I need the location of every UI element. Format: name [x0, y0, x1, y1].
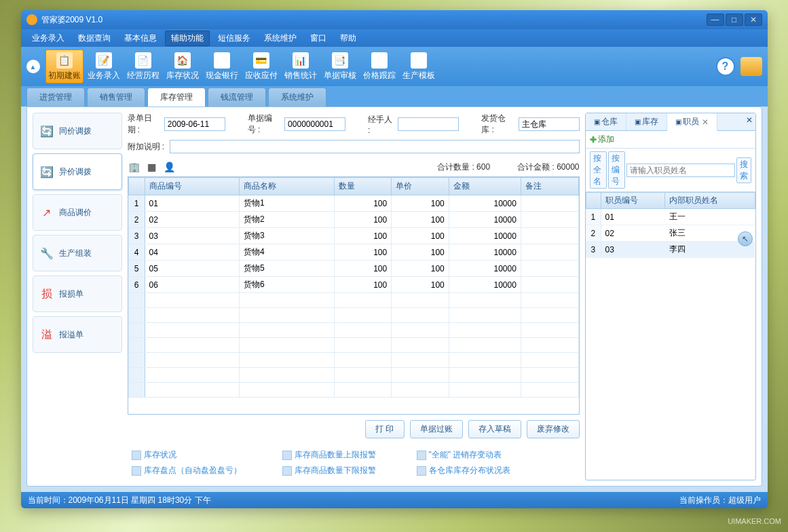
rp-header[interactable]: 内部职员姓名 — [665, 193, 755, 209]
rp-row[interactable]: 101王一 — [586, 209, 755, 225]
table-row[interactable] — [128, 353, 578, 368]
toolbar-btn-2[interactable]: 📄经营历程 — [124, 50, 162, 83]
table-row[interactable]: 303货物310010010000 — [128, 228, 578, 244]
sidebar-item-4[interactable]: 损报损单 — [33, 276, 122, 312]
help-button[interactable]: ? — [716, 57, 735, 76]
link-0-1[interactable]: 库存盘点（自动盘盈盘亏） — [132, 465, 242, 476]
link-icon — [282, 451, 292, 460]
toolbar-btn-0[interactable]: 📋初期建账 — [45, 50, 83, 83]
action-btn-1[interactable]: 单据过账 — [410, 420, 463, 438]
grid-header[interactable]: 数量 — [334, 178, 392, 195]
rp-row[interactable]: 202张三 — [586, 225, 755, 242]
menu-item-7[interactable]: 帮助 — [335, 31, 362, 45]
date-input[interactable] — [164, 117, 225, 131]
toolbar-btn-1[interactable]: 📝业务录入 — [85, 50, 123, 83]
menu-item-5[interactable]: 系统维护 — [259, 31, 302, 45]
main-tab-4[interactable]: 系统维护 — [268, 88, 326, 107]
rp-header[interactable]: 职员编号 — [601, 193, 665, 209]
amt-value: 60000 — [557, 162, 579, 172]
right-panel-toolbar: ✚ 添加 — [586, 131, 755, 149]
main-tab-1[interactable]: 销售管理 — [87, 88, 145, 107]
close-button[interactable]: ✕ — [745, 14, 762, 26]
gold-button[interactable] — [740, 57, 762, 76]
remark-input[interactable] — [170, 140, 579, 153]
link-2-0[interactable]: "全能" 进销存变动表 — [417, 449, 510, 461]
right-panel-grid[interactable]: 职员编号内部职员姓名101王一202张三303李四 ↖ — [586, 192, 755, 480]
grid-icon[interactable]: ▦ — [145, 160, 159, 174]
table-row[interactable] — [128, 368, 578, 383]
toolbar-btn-4[interactable]: ¥现金银行 — [203, 50, 241, 83]
menu-item-4[interactable]: 短信服务 — [212, 31, 256, 45]
warehouse-label: 发货仓库 : — [481, 113, 512, 136]
sidebar-item-5[interactable]: 溢报溢单 — [33, 316, 122, 353]
minimize-button[interactable]: — — [707, 14, 724, 26]
toolbar-btn-8[interactable]: ✔价格跟踪 — [360, 50, 398, 83]
grid-header[interactable]: 商品编号 — [145, 178, 240, 195]
table-row[interactable] — [128, 338, 578, 353]
toolbar-btn-7[interactable]: 📑单据审核 — [321, 50, 359, 83]
sidebar-item-0[interactable]: 🔄同价调拨 — [33, 113, 122, 149]
table-row[interactable] — [128, 383, 578, 398]
rp-row[interactable]: 303李四 — [586, 242, 755, 258]
link-1-0[interactable]: 库存商品数量上限报警 — [282, 449, 376, 461]
link-0-0[interactable]: 库存状况 — [132, 449, 242, 461]
search-button[interactable]: 搜索 — [736, 157, 751, 183]
menu-item-3[interactable]: 辅助功能 — [165, 31, 210, 46]
toolbar-btn-9[interactable]: ⚙生产模板 — [400, 50, 438, 83]
sidebar-item-2[interactable]: ↗商品调价 — [33, 194, 122, 231]
menu-item-6[interactable]: 窗口 — [305, 31, 332, 45]
toolbar-icon-4: ¥ — [214, 52, 230, 69]
grid-header[interactable]: 金额 — [449, 178, 521, 195]
rp-tab-2[interactable]: ▣ 职员 ✕ — [667, 113, 717, 131]
add-button[interactable]: ✚ 添加 — [590, 134, 751, 145]
action-btn-0[interactable]: 打 印 — [365, 420, 404, 438]
collapse-toolbar-button[interactable]: ▲ — [26, 60, 40, 73]
form-row-1: 录单日期 : 单据编号 : 经手人 : 发货仓库 : — [128, 113, 580, 136]
filter-full-button[interactable]: 按全名 — [590, 151, 607, 189]
doc-input[interactable] — [284, 117, 345, 131]
arrow-up-icon[interactable]: ↖ — [738, 231, 753, 246]
table-row[interactable]: 505货物510010010000 — [128, 261, 578, 277]
grid-header[interactable] — [128, 178, 145, 195]
table-row[interactable] — [128, 308, 578, 323]
handler-input[interactable] — [398, 117, 459, 131]
main-tab-3[interactable]: 钱流管理 — [208, 88, 266, 107]
link-icon — [417, 451, 426, 460]
grid-header[interactable]: 商品名称 — [240, 178, 335, 195]
close-panel-button[interactable]: ✕ — [746, 115, 753, 125]
main-grid[interactable]: 商品编号商品名称数量单价金额备注101货物110010010000202货物21… — [128, 176, 580, 415]
titlebar[interactable]: 管家婆2009 V1.0 — □ ✕ — [21, 10, 768, 29]
toolbar-btn-6[interactable]: 📊销售统计 — [282, 50, 320, 83]
table-row[interactable]: 404货物410010010000 — [128, 244, 578, 261]
filter-code-button[interactable]: 按编号 — [608, 151, 625, 189]
sidebar-item-1[interactable]: 🔄异价调拨 — [33, 153, 122, 190]
grid-header[interactable]: 单价 — [392, 178, 449, 195]
toolbar-btn-5[interactable]: 💳应收应付 — [242, 50, 280, 83]
search-input[interactable] — [626, 164, 735, 177]
person-icon[interactable]: 👤 — [163, 160, 176, 174]
table-row[interactable]: 101货物110010010000 — [128, 195, 578, 212]
action-btn-3[interactable]: 废弃修改 — [527, 420, 580, 438]
main-tab-2[interactable]: 库存管理 — [147, 88, 206, 107]
link-1-1[interactable]: 库存商品数量下限报警 — [282, 465, 376, 476]
rp-tab-0[interactable]: ▣ 仓库 — [586, 113, 626, 130]
table-row[interactable] — [128, 293, 578, 308]
rp-tab-1[interactable]: ▣ 库存 — [626, 113, 667, 130]
table-row[interactable]: 202货物210010010000 — [128, 212, 578, 228]
toolbar-icon-2: 📄 — [135, 52, 151, 69]
toolbar-btn-3[interactable]: 🏠库存状况 — [164, 50, 202, 83]
building-icon[interactable]: 🏢 — [128, 160, 141, 174]
action-btn-2[interactable]: 存入草稿 — [468, 420, 521, 438]
rp-header[interactable] — [586, 193, 601, 209]
sidebar-item-3[interactable]: 🔧生产组装 — [33, 235, 122, 271]
menu-item-2[interactable]: 基本信息 — [119, 31, 162, 45]
table-row[interactable]: 606货物610010010000 — [128, 277, 578, 293]
menu-item-0[interactable]: 业务录入 — [26, 31, 70, 45]
grid-header[interactable]: 备注 — [521, 178, 578, 195]
table-row[interactable] — [128, 323, 578, 338]
menu-item-1[interactable]: 数据查询 — [73, 31, 116, 45]
warehouse-input[interactable] — [519, 117, 580, 131]
maximize-button[interactable]: □ — [726, 14, 743, 26]
link-2-1[interactable]: 各仓库库存分布状况表 — [417, 465, 510, 476]
main-tab-0[interactable]: 进货管理 — [26, 88, 85, 107]
